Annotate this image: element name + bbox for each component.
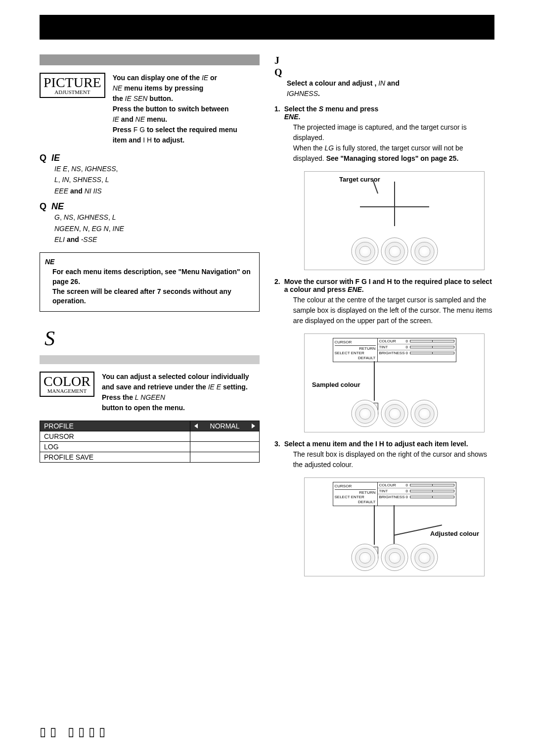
mini-return: RETURN xyxy=(335,490,376,495)
cell-label: PROFILE xyxy=(40,421,190,431)
mini-select: SELECT xyxy=(335,495,350,499)
color-intro: You can adjust a selected colour individ… xyxy=(102,372,260,413)
badge-sub: ADJUSTMENT xyxy=(44,90,101,95)
table-row[interactable]: PROFILE NORMAL xyxy=(40,421,259,431)
mini-enter: ENTER xyxy=(351,351,364,355)
right-intro: Select a colour and adjust , IN and IGHN… xyxy=(287,78,494,99)
rose-icon xyxy=(351,237,378,265)
section-header-2 xyxy=(40,355,260,364)
mini-return: RETURN xyxy=(335,346,376,351)
diagram-target-cursor: Target cursor xyxy=(304,171,485,270)
table-row[interactable]: CURSOR xyxy=(40,431,259,442)
mini-panel: CURSOR RETURN SELECT ENTER DEFAULT COLOU… xyxy=(333,338,456,362)
rose-icon xyxy=(351,400,378,427)
rose-icon xyxy=(351,544,378,571)
item-content: IE E, NS, IGHNESS, L, IN, SHNESS, L EEE … xyxy=(54,163,260,196)
diagram-sampled: CURSOR RETURN SELECT ENTER DEFAULT COLOU… xyxy=(304,333,485,432)
step-2: 2. Move the cursor with F G I and H to t… xyxy=(274,278,494,326)
bullet-icon: Q xyxy=(40,201,46,212)
rose-icon xyxy=(410,237,438,265)
section-letter: S xyxy=(40,327,260,350)
note-title: NE xyxy=(45,258,254,266)
mini-select: SELECT xyxy=(335,351,350,355)
header-bar xyxy=(40,15,494,40)
page-number: ▯▯ ▯▯▯▯ xyxy=(40,725,109,739)
rose-icon xyxy=(410,544,438,571)
step-number: 2. xyxy=(274,278,280,326)
mini-slider[interactable]: BRIGHTNESS0 xyxy=(378,350,456,356)
badge-title: COLOR xyxy=(44,375,90,388)
item-ie: Q IE IE E, NS, IGHNESS, L, IN, SHNESS, L… xyxy=(40,153,260,196)
mini-panel: CURSOR RETURN SELECT ENTER DEFAULT COLOU… xyxy=(333,482,456,506)
step-number: 1. xyxy=(274,105,280,164)
section-header-1 xyxy=(40,54,260,65)
diagram-adjusted: CURSOR RETURN SELECT ENTER DEFAULT COLOU… xyxy=(304,477,485,576)
letter-q: Q xyxy=(274,66,494,78)
color-badge: COLOR MANAGEMENT xyxy=(40,372,94,397)
mini-default: DEFAULT xyxy=(335,356,376,361)
cell-label: PROFILE SAVE xyxy=(40,452,190,462)
picture-badge: PICTURE ADJUSTMENT xyxy=(40,73,105,98)
menu-table: PROFILE NORMAL CURSOR LOG PROFILE SAVE xyxy=(40,421,260,463)
rose-icon xyxy=(381,400,408,427)
cell-label: CURSOR xyxy=(40,431,190,441)
mini-slider[interactable]: TINT0 xyxy=(378,344,456,350)
badge-title: PICTURE xyxy=(44,76,101,90)
mini-slider[interactable]: COLOUR0 xyxy=(378,338,456,344)
cell-value: NORMAL xyxy=(210,422,240,430)
mini-slider[interactable]: COLOUR0 xyxy=(378,482,456,488)
rose-icon xyxy=(410,400,438,427)
note-line: For each menu items description, see "Me… xyxy=(52,268,251,285)
mini-enter: ENTER xyxy=(351,495,364,499)
mini-cursor: CURSOR xyxy=(335,484,376,490)
rose-icon xyxy=(381,237,408,265)
badge-sub: MANAGEMENT xyxy=(44,388,90,394)
table-row[interactable]: PROFILE SAVE xyxy=(40,452,259,462)
table-row[interactable]: LOG xyxy=(40,442,259,452)
mini-slider[interactable]: BRIGHTNESS0 xyxy=(378,494,456,500)
note-box: NE For each menu items description, see … xyxy=(40,252,260,311)
cell-label: LOG xyxy=(40,442,190,452)
note-line: The screen will be cleared after 7 secon… xyxy=(52,287,231,305)
mini-default: DEFAULT xyxy=(335,500,376,505)
rose-icon xyxy=(381,544,408,571)
label-adjusted: Adjusted colour xyxy=(430,530,479,537)
bullet-icon: Q xyxy=(40,153,46,163)
step-number: 3. xyxy=(274,440,280,470)
picture-intro: You can display one of the IE or NE menu… xyxy=(113,73,237,145)
step-3: 3. Select a menu item and the I H to adj… xyxy=(274,440,494,470)
item-title: NE xyxy=(51,201,64,212)
item-ne: Q NE G, NS, IGHNESS, L NGEEN, N, EG N, I… xyxy=(40,201,260,245)
arrow-left-icon[interactable] xyxy=(194,424,198,428)
label-sampled: Sampled colour xyxy=(312,381,360,388)
arrow-right-icon[interactable] xyxy=(252,424,255,428)
mini-slider[interactable]: TINT0 xyxy=(378,488,456,494)
item-content: G, NS, IGHNESS, L NGEEN, N, EG N, INE EL… xyxy=(54,212,260,245)
letter-j: J xyxy=(274,54,494,66)
mini-cursor: CURSOR xyxy=(335,340,376,346)
step-1: 1. Select the S menu and press ENE. The … xyxy=(274,105,494,164)
item-title: IE xyxy=(51,153,60,163)
